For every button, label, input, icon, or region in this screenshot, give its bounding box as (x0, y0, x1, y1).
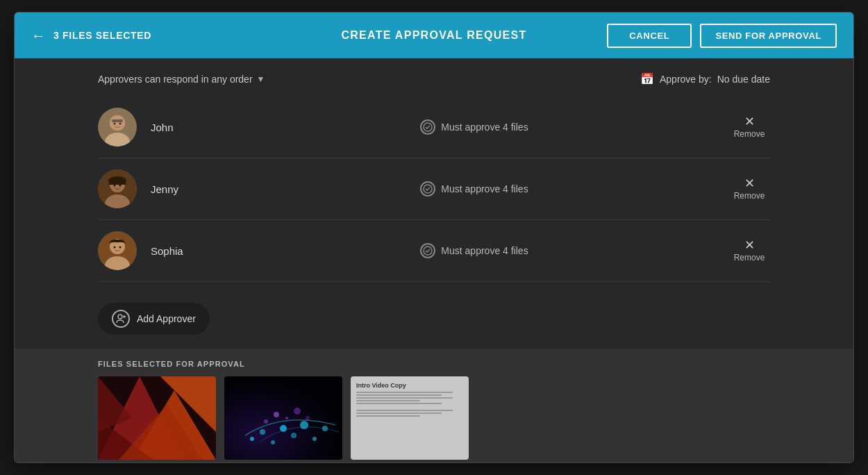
add-approver-button[interactable]: Add Approver (98, 303, 210, 335)
avatar (98, 169, 137, 208)
doc-line (356, 397, 453, 399)
files-grid: Intro Video Copy (98, 376, 770, 460)
approve-by: 📅 Approve by: No due date (640, 72, 770, 85)
approvers-controls: Approvers can respond in any order ▼ 📅 A… (98, 72, 770, 85)
doc-line (356, 392, 453, 393)
modal-header: ← 3 FILES SELECTED CREATE APPROVAL REQUE… (15, 12, 853, 58)
svg-point-21 (118, 315, 122, 319)
remove-button[interactable]: ✕ Remove (728, 177, 770, 201)
file-thumbnail[interactable] (224, 376, 342, 460)
doc-line (356, 415, 420, 417)
svg-point-5 (114, 123, 116, 125)
doc-line (356, 410, 453, 411)
approve-by-value: No due date (717, 74, 770, 85)
svg-point-33 (250, 437, 254, 441)
avatar (98, 108, 137, 147)
remove-x-icon: ✕ (744, 115, 755, 128)
must-approve-text: Must approve 4 files (441, 245, 528, 256)
svg-point-35 (271, 440, 275, 444)
svg-point-37 (291, 433, 297, 438)
must-approve-text: Must approve 4 files (441, 122, 528, 133)
avatar (98, 231, 137, 270)
modal-body: Approvers can respond in any order ▼ 📅 A… (15, 58, 853, 462)
remove-x-icon: ✕ (744, 239, 755, 251)
approve-by-label: Approve by: (660, 74, 712, 85)
calendar-icon[interactable]: 📅 (640, 72, 654, 85)
remove-button[interactable]: ✕ Remove (728, 239, 770, 262)
remove-x-icon: ✕ (744, 177, 755, 190)
doc-line (356, 412, 442, 414)
svg-point-45 (306, 416, 310, 420)
approvers-section: Approvers can respond in any order ▼ 📅 A… (15, 58, 853, 289)
approver-row: Jenny Must approve 4 files ✕ Remove (98, 158, 770, 220)
approver-name: Sophia (151, 245, 220, 257)
svg-point-38 (300, 421, 308, 429)
file-thumbnail[interactable]: Intro Video Copy (351, 376, 469, 460)
cancel-button[interactable]: CANCEL (607, 24, 692, 48)
checkmark-icon (420, 119, 435, 135)
files-section-label: FILES SELECTED FOR APPROVAL (98, 360, 770, 368)
svg-point-3 (110, 115, 125, 131)
order-label: Approvers can respond in any order (98, 74, 253, 85)
must-approve: Must approve 4 files (234, 181, 715, 197)
svg-point-18 (114, 247, 116, 249)
svg-point-42 (274, 412, 279, 417)
approver-name: John (151, 122, 220, 133)
add-approver-label: Add Approver (137, 313, 196, 324)
back-arrow-icon[interactable]: ← (31, 28, 45, 44)
remove-button[interactable]: ✕ Remove (728, 115, 770, 139)
add-person-icon (112, 310, 130, 328)
approver-row: John Must approve 4 files ✕ Remove (98, 97, 770, 158)
header-actions: CANCEL SEND FOR APPROVAL (568, 24, 837, 48)
doc-title: Intro Video Copy (356, 382, 463, 389)
order-dropdown[interactable]: Approvers can respond in any order ▼ (98, 74, 265, 85)
svg-point-39 (312, 437, 317, 441)
svg-point-43 (285, 417, 288, 419)
add-approver-container: Add Approver (15, 289, 853, 349)
approver-row: Sophia Must approve 4 files ✕ Remove (98, 220, 770, 282)
svg-point-34 (260, 429, 265, 435)
checkmark-icon (420, 181, 435, 197)
remove-label: Remove (734, 253, 765, 262)
must-approve: Must approve 4 files (234, 243, 715, 258)
remove-label: Remove (734, 191, 765, 201)
svg-point-44 (294, 408, 301, 415)
approver-name: Jenny (151, 183, 220, 195)
doc-line (356, 403, 442, 404)
must-approve: Must approve 4 files (234, 119, 715, 135)
checkmark-icon (420, 243, 435, 258)
svg-point-19 (119, 247, 122, 249)
header-left: ← 3 FILES SELECTED (31, 28, 300, 44)
svg-point-41 (264, 419, 268, 424)
modal-title: CREATE APPROVAL REQUEST (300, 29, 569, 42)
files-selected-label: 3 FILES SELECTED (53, 30, 151, 41)
files-section: FILES SELECTED FOR APPROVAL (15, 349, 853, 462)
approval-modal: ← 3 FILES SELECTED CREATE APPROVAL REQUE… (14, 12, 854, 463)
doc-line (356, 400, 420, 401)
chevron-down-icon: ▼ (257, 74, 265, 84)
remove-label: Remove (734, 129, 765, 139)
svg-rect-4 (112, 119, 123, 122)
send-for-approval-button[interactable]: SEND FOR APPROVAL (700, 24, 837, 48)
doc-line (356, 394, 442, 396)
file-thumbnail[interactable] (98, 376, 216, 460)
must-approve-text: Must approve 4 files (441, 183, 528, 194)
svg-rect-32 (224, 376, 342, 460)
svg-point-6 (119, 123, 122, 125)
